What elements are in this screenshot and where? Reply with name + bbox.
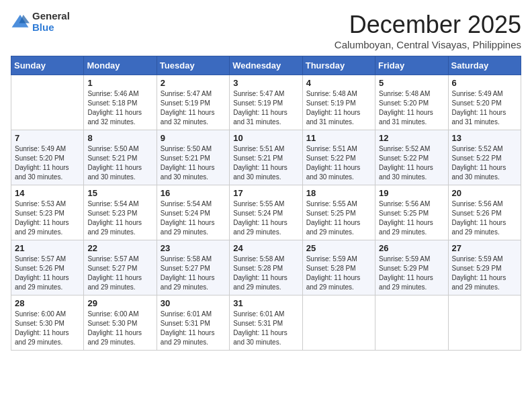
cell-info: Sunrise: 5:51 AMSunset: 5:22 PMDaylight:… — [306, 144, 371, 182]
calendar-cell: 1Sunrise: 5:46 AMSunset: 5:18 PMDaylight… — [84, 75, 157, 130]
calendar-cell — [302, 295, 375, 351]
day-number: 16 — [161, 188, 226, 198]
page-header: General Blue December 2025 Calumboyan, C… — [11, 11, 521, 50]
cell-info: Sunrise: 6:00 AMSunset: 5:30 PMDaylight:… — [15, 310, 80, 347]
calendar-cell: 18Sunrise: 5:55 AMSunset: 5:25 PMDayligh… — [302, 185, 375, 240]
logo-text: General Blue — [32, 11, 70, 33]
cell-info: Sunrise: 5:56 AMSunset: 5:26 PMDaylight:… — [452, 199, 517, 237]
cell-info: Sunrise: 5:59 AMSunset: 5:29 PMDaylight:… — [452, 255, 517, 292]
day-number: 17 — [233, 188, 298, 198]
day-number: 24 — [233, 243, 298, 253]
calendar-cell: 3Sunrise: 5:47 AMSunset: 5:19 PMDaylight… — [230, 75, 302, 130]
calendar-cell: 12Sunrise: 5:52 AMSunset: 5:22 PMDayligh… — [375, 130, 448, 185]
day-number: 31 — [233, 298, 298, 308]
calendar-cell: 26Sunrise: 5:59 AMSunset: 5:29 PMDayligh… — [375, 240, 448, 295]
day-number: 27 — [452, 243, 517, 253]
day-number: 12 — [379, 133, 444, 143]
cell-info: Sunrise: 5:48 AMSunset: 5:20 PMDaylight:… — [379, 89, 444, 127]
calendar-cell: 5Sunrise: 5:48 AMSunset: 5:20 PMDaylight… — [375, 75, 448, 130]
header-cell-tuesday: Tuesday — [157, 56, 229, 75]
cell-info: Sunrise: 5:54 AMSunset: 5:24 PMDaylight:… — [161, 199, 226, 237]
cell-info: Sunrise: 5:53 AMSunset: 5:23 PMDaylight:… — [15, 199, 80, 237]
calendar-row-0: 1Sunrise: 5:46 AMSunset: 5:18 PMDaylight… — [11, 75, 521, 130]
cell-info: Sunrise: 6:01 AMSunset: 5:31 PMDaylight:… — [161, 310, 226, 347]
cell-info: Sunrise: 5:49 AMSunset: 5:20 PMDaylight:… — [15, 144, 80, 182]
day-number: 14 — [15, 188, 80, 198]
calendar-cell: 21Sunrise: 5:57 AMSunset: 5:26 PMDayligh… — [11, 240, 84, 295]
calendar-cell: 29Sunrise: 6:00 AMSunset: 5:30 PMDayligh… — [84, 295, 157, 351]
calendar-cell: 10Sunrise: 5:51 AMSunset: 5:21 PMDayligh… — [230, 130, 302, 185]
calendar-cell: 14Sunrise: 5:53 AMSunset: 5:23 PMDayligh… — [11, 185, 84, 240]
cell-info: Sunrise: 5:57 AMSunset: 5:27 PMDaylight:… — [87, 255, 152, 292]
day-number: 26 — [379, 243, 444, 253]
cell-info: Sunrise: 5:59 AMSunset: 5:29 PMDaylight:… — [379, 255, 444, 292]
day-number: 2 — [161, 78, 226, 88]
calendar-row-4: 28Sunrise: 6:00 AMSunset: 5:30 PMDayligh… — [11, 295, 521, 351]
cell-info: Sunrise: 6:01 AMSunset: 5:31 PMDaylight:… — [233, 310, 298, 347]
calendar-cell: 4Sunrise: 5:48 AMSunset: 5:19 PMDaylight… — [302, 75, 375, 130]
cell-info: Sunrise: 5:55 AMSunset: 5:24 PMDaylight:… — [233, 199, 298, 237]
day-number: 3 — [233, 78, 298, 88]
header-cell-sunday: Sunday — [11, 56, 84, 75]
cell-info: Sunrise: 5:47 AMSunset: 5:19 PMDaylight:… — [233, 89, 298, 127]
header-cell-wednesday: Wednesday — [230, 56, 302, 75]
day-number: 11 — [306, 133, 371, 143]
day-number: 10 — [233, 133, 298, 143]
cell-info: Sunrise: 5:57 AMSunset: 5:26 PMDaylight:… — [15, 255, 80, 292]
calendar-cell: 17Sunrise: 5:55 AMSunset: 5:24 PMDayligh… — [230, 185, 302, 240]
location-subtitle: Calumboyan, Central Visayas, Philippines — [335, 39, 521, 50]
logo-general: General — [32, 11, 70, 22]
calendar-cell: 13Sunrise: 5:52 AMSunset: 5:22 PMDayligh… — [448, 130, 521, 185]
calendar-cell: 2Sunrise: 5:47 AMSunset: 5:19 PMDaylight… — [157, 75, 229, 130]
calendar-cell: 7Sunrise: 5:49 AMSunset: 5:20 PMDaylight… — [11, 130, 84, 185]
cell-info: Sunrise: 5:46 AMSunset: 5:18 PMDaylight:… — [87, 89, 152, 127]
calendar-cell: 15Sunrise: 5:54 AMSunset: 5:23 PMDayligh… — [84, 185, 157, 240]
cell-info: Sunrise: 5:54 AMSunset: 5:23 PMDaylight:… — [87, 199, 152, 237]
cell-info: Sunrise: 5:50 AMSunset: 5:21 PMDaylight:… — [161, 144, 226, 182]
calendar-cell: 22Sunrise: 5:57 AMSunset: 5:27 PMDayligh… — [84, 240, 157, 295]
cell-info: Sunrise: 5:56 AMSunset: 5:25 PMDaylight:… — [379, 199, 444, 237]
day-number: 23 — [161, 243, 226, 253]
day-number: 13 — [452, 133, 517, 143]
calendar-cell: 19Sunrise: 5:56 AMSunset: 5:25 PMDayligh… — [375, 185, 448, 240]
calendar-cell: 6Sunrise: 5:49 AMSunset: 5:20 PMDaylight… — [448, 75, 521, 130]
logo: General Blue — [11, 11, 70, 33]
title-area: December 2025 Calumboyan, Central Visaya… — [335, 11, 521, 50]
calendar-row-1: 7Sunrise: 5:49 AMSunset: 5:20 PMDaylight… — [11, 130, 521, 185]
calendar-cell: 20Sunrise: 5:56 AMSunset: 5:26 PMDayligh… — [448, 185, 521, 240]
calendar-cell: 24Sunrise: 5:58 AMSunset: 5:28 PMDayligh… — [230, 240, 302, 295]
calendar-cell: 25Sunrise: 5:59 AMSunset: 5:28 PMDayligh… — [302, 240, 375, 295]
day-number: 22 — [87, 243, 152, 253]
day-number: 7 — [15, 133, 80, 143]
cell-info: Sunrise: 5:52 AMSunset: 5:22 PMDaylight:… — [452, 144, 517, 182]
calendar-cell — [448, 295, 521, 351]
calendar-cell: 23Sunrise: 5:58 AMSunset: 5:27 PMDayligh… — [157, 240, 229, 295]
calendar-row-2: 14Sunrise: 5:53 AMSunset: 5:23 PMDayligh… — [11, 185, 521, 240]
calendar-cell: 8Sunrise: 5:50 AMSunset: 5:21 PMDaylight… — [84, 130, 157, 185]
cell-info: Sunrise: 5:58 AMSunset: 5:28 PMDaylight:… — [233, 255, 298, 292]
day-number: 19 — [379, 188, 444, 198]
day-number: 6 — [452, 78, 517, 88]
month-title: December 2025 — [335, 11, 521, 39]
day-number: 28 — [15, 298, 80, 308]
day-number: 15 — [87, 188, 152, 198]
day-number: 8 — [87, 133, 152, 143]
cell-info: Sunrise: 5:52 AMSunset: 5:22 PMDaylight:… — [379, 144, 444, 182]
header-cell-saturday: Saturday — [448, 56, 521, 75]
calendar-cell: 27Sunrise: 5:59 AMSunset: 5:29 PMDayligh… — [448, 240, 521, 295]
header-cell-thursday: Thursday — [302, 56, 375, 75]
day-number: 30 — [161, 298, 226, 308]
calendar-cell — [375, 295, 448, 351]
cell-info: Sunrise: 5:51 AMSunset: 5:21 PMDaylight:… — [233, 144, 298, 182]
day-number: 1 — [87, 78, 152, 88]
cell-info: Sunrise: 5:48 AMSunset: 5:19 PMDaylight:… — [306, 89, 371, 127]
day-number: 18 — [306, 188, 371, 198]
calendar-table: SundayMondayTuesdayWednesdayThursdayFrid… — [11, 56, 521, 351]
cell-info: Sunrise: 5:47 AMSunset: 5:19 PMDaylight:… — [161, 89, 226, 127]
day-number: 25 — [306, 243, 371, 253]
cell-info: Sunrise: 6:00 AMSunset: 5:30 PMDaylight:… — [87, 310, 152, 347]
calendar-row-3: 21Sunrise: 5:57 AMSunset: 5:26 PMDayligh… — [11, 240, 521, 295]
calendar-cell: 11Sunrise: 5:51 AMSunset: 5:22 PMDayligh… — [302, 130, 375, 185]
calendar-cell: 31Sunrise: 6:01 AMSunset: 5:31 PMDayligh… — [230, 295, 302, 351]
logo-blue: Blue — [32, 22, 70, 34]
